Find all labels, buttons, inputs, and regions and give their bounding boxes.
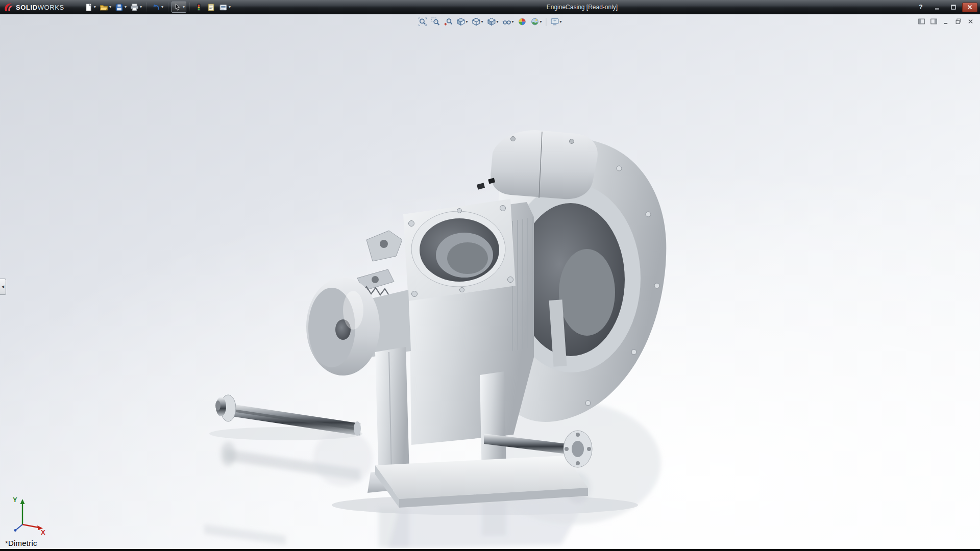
collapse-arrow-icon: ◀ bbox=[2, 285, 4, 289]
apply-scene-dropdown-arrow-icon[interactable]: ▾ bbox=[540, 20, 542, 24]
view-orientation-cube-icon bbox=[472, 17, 480, 26]
new-document-dropdown-arrow-icon[interactable]: ▾ bbox=[94, 5, 96, 9]
view-settings-dropdown-arrow-icon[interactable]: ▾ bbox=[560, 20, 562, 24]
apply-scene-ball-icon bbox=[531, 17, 540, 26]
help-button[interactable]: ? bbox=[913, 3, 928, 12]
restore-document-button[interactable] bbox=[953, 17, 963, 26]
solidworks-logo-icon bbox=[3, 2, 13, 12]
main-toolbar: ▾ ▾ ▾ bbox=[83, 0, 232, 14]
view-settings-button[interactable]: ▾ bbox=[550, 17, 563, 27]
brand-name: SOLIDWORKS bbox=[16, 4, 64, 11]
triad-x-label: X bbox=[41, 529, 45, 535]
print-button[interactable]: ▾ bbox=[129, 2, 143, 13]
toolbar-separator bbox=[146, 3, 147, 12]
hide-show-dropdown-arrow-icon[interactable]: ▾ bbox=[512, 20, 514, 24]
previous-view-icon bbox=[444, 17, 452, 26]
save-dropdown-arrow-icon[interactable]: ▾ bbox=[125, 5, 127, 9]
toolbar-separator bbox=[189, 3, 190, 12]
previous-view-button[interactable] bbox=[443, 17, 453, 27]
zoom-to-area-icon bbox=[431, 17, 439, 26]
toolbar-separator bbox=[168, 3, 168, 12]
section-view-icon bbox=[456, 17, 465, 26]
close-document-button[interactable] bbox=[966, 17, 975, 26]
options-button[interactable]: ▾ bbox=[217, 2, 232, 13]
maximize-icon bbox=[950, 4, 957, 10]
hide-show-glasses-icon bbox=[503, 17, 511, 26]
apply-scene-button[interactable]: ▾ bbox=[530, 17, 543, 27]
zoom-to-fit-button[interactable] bbox=[417, 17, 428, 27]
minimize-document-icon bbox=[942, 18, 950, 25]
edit-appearance-button[interactable] bbox=[517, 17, 528, 27]
brand-name-prefix: SOLID bbox=[16, 4, 38, 11]
document-title: EngineCasing [Read-only] bbox=[547, 0, 618, 14]
next-pane-icon bbox=[930, 18, 938, 25]
rebuild-button[interactable] bbox=[193, 2, 205, 13]
minimize-icon bbox=[934, 4, 940, 10]
select-button[interactable]: ▾ bbox=[172, 2, 186, 13]
app-window-controls: ? bbox=[913, 3, 980, 12]
view-orientation-label: *Dimetric bbox=[5, 539, 37, 547]
print-dropdown-arrow-icon[interactable]: ▾ bbox=[140, 5, 142, 9]
save-floppy-icon bbox=[115, 3, 124, 12]
file-properties-button[interactable] bbox=[205, 2, 217, 13]
display-style-dropdown-arrow-icon[interactable]: ▾ bbox=[496, 20, 498, 24]
triad-y-arrow bbox=[20, 499, 25, 504]
open-dropdown-arrow-icon[interactable]: ▾ bbox=[109, 5, 111, 9]
titlebar: SOLIDWORKS ▾ ▾ bbox=[0, 0, 980, 14]
close-document-icon bbox=[967, 18, 974, 25]
undo-icon bbox=[152, 3, 160, 12]
triad-z-dot bbox=[14, 529, 17, 532]
model-top-housing[interactable] bbox=[477, 130, 598, 199]
model-crankcase-block[interactable] bbox=[403, 199, 534, 445]
graphics-area[interactable]: ▾ ▾ ▾ bbox=[0, 14, 980, 549]
display-style-cube-icon bbox=[487, 17, 496, 26]
maximize-button[interactable] bbox=[946, 3, 961, 12]
engine-casing-model[interactable] bbox=[0, 14, 980, 549]
select-dropdown-arrow-icon[interactable]: ▾ bbox=[183, 5, 185, 9]
section-view-button[interactable]: ▾ bbox=[455, 17, 469, 27]
undo-dropdown-arrow-icon[interactable]: ▾ bbox=[161, 5, 163, 9]
file-properties-icon bbox=[207, 3, 215, 12]
options-icon bbox=[219, 3, 228, 12]
hud-separator bbox=[546, 18, 547, 26]
triad-y-label: Y bbox=[13, 496, 17, 504]
restore-document-icon bbox=[954, 18, 962, 25]
previous-pane-button[interactable] bbox=[917, 17, 926, 26]
undo-button[interactable]: ▾ bbox=[150, 2, 165, 13]
zoom-to-area-button[interactable] bbox=[430, 17, 440, 27]
orientation-triad[interactable]: Y X bbox=[10, 495, 47, 535]
next-pane-button[interactable] bbox=[929, 17, 939, 26]
close-icon bbox=[967, 4, 973, 10]
display-style-button[interactable]: ▾ bbox=[486, 17, 499, 27]
rebuild-traffic-light-icon bbox=[194, 3, 203, 12]
featuremanager-collapse-tab[interactable]: ◀ bbox=[0, 279, 6, 295]
zoom-to-fit-icon bbox=[418, 17, 427, 26]
new-document-icon bbox=[84, 3, 93, 12]
minimize-button[interactable] bbox=[929, 3, 945, 12]
previous-pane-icon bbox=[918, 18, 925, 25]
view-orientation-dropdown-arrow-icon[interactable]: ▾ bbox=[481, 20, 483, 24]
bottom-edge-strip bbox=[0, 549, 980, 551]
open-folder-icon bbox=[100, 3, 108, 12]
edit-appearance-ball-icon bbox=[518, 17, 527, 26]
close-button[interactable] bbox=[962, 3, 977, 12]
hide-show-items-button[interactable]: ▾ bbox=[502, 17, 515, 27]
minimize-document-button[interactable] bbox=[941, 17, 951, 26]
model-brackets[interactable] bbox=[357, 231, 402, 296]
solidworks-brand: SOLIDWORKS bbox=[0, 0, 68, 14]
brand-name-suffix: WORKS bbox=[38, 4, 64, 11]
new-document-button[interactable]: ▾ bbox=[83, 2, 97, 13]
heads-up-view-toolbar: ▾ ▾ ▾ bbox=[417, 17, 562, 27]
select-cursor-icon bbox=[173, 3, 182, 12]
view-settings-icon bbox=[551, 17, 559, 26]
options-dropdown-arrow-icon[interactable]: ▾ bbox=[229, 5, 231, 9]
section-view-dropdown-arrow-icon[interactable]: ▾ bbox=[465, 20, 468, 24]
document-window-controls bbox=[917, 17, 975, 26]
solidworks-window: SOLIDWORKS ▾ ▾ bbox=[0, 0, 980, 551]
print-icon bbox=[130, 3, 139, 12]
view-orientation-button[interactable]: ▾ bbox=[471, 17, 484, 27]
save-button[interactable]: ▾ bbox=[113, 2, 128, 13]
open-button[interactable]: ▾ bbox=[98, 2, 113, 13]
